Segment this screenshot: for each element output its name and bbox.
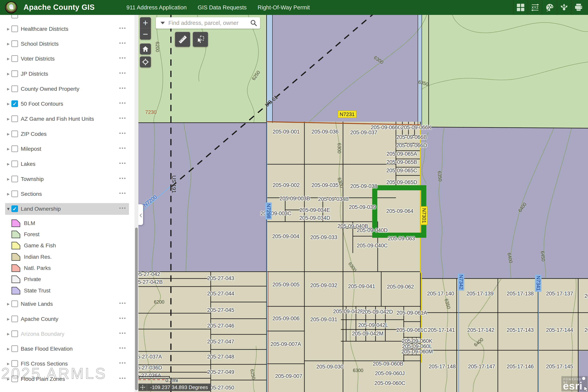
layer-expander-icon[interactable]: ▸ bbox=[7, 131, 10, 137]
layer-expander-icon[interactable]: ▸ bbox=[7, 161, 10, 167]
layer-options-menu-icon[interactable]: ••• bbox=[119, 190, 126, 196]
layer-expander-icon[interactable]: ▸ bbox=[7, 316, 10, 322]
layer-options-menu-icon[interactable]: ••• bbox=[119, 330, 126, 336]
nav-gis-data-requests[interactable]: GIS Data Requests bbox=[198, 4, 246, 11]
layer-options-menu-icon[interactable]: ••• bbox=[119, 40, 126, 46]
share-icon[interactable] bbox=[557, 0, 571, 15]
sidebar-item-flood-plain-zones[interactable]: ▸Flood Plain Zones••• bbox=[0, 373, 134, 385]
crosshair-icon[interactable] bbox=[138, 384, 147, 391]
layer-checkbox[interactable] bbox=[11, 26, 18, 32]
layer-options-menu-icon[interactable]: ••• bbox=[119, 176, 126, 181]
layer-checkbox[interactable] bbox=[11, 330, 18, 337]
layer-expander-icon[interactable]: ▸ bbox=[7, 116, 10, 122]
basemap-gallery-icon[interactable] bbox=[513, 0, 528, 15]
layer-expander-icon[interactable]: ▸ bbox=[7, 331, 10, 337]
layer-options-menu-icon[interactable]: ••• bbox=[119, 146, 126, 151]
zoom-out-button[interactable]: − bbox=[140, 28, 151, 40]
search-input[interactable] bbox=[168, 20, 247, 26]
sidebar-item-az-game-and-fish-hunt-units[interactable]: ▸AZ Game and Fish Hunt Units••• bbox=[0, 113, 134, 125]
sidebar-item-healthcare-districts[interactable]: ▸Healthcare Districts••• bbox=[0, 23, 134, 35]
layer-checkbox[interactable]: ✓ bbox=[11, 206, 18, 212]
sidebar-item-arizona-boundary[interactable]: ▸Arizona Boundary••• bbox=[0, 328, 134, 340]
sidebar-item-zip-codes[interactable]: ▸ZIP Codes••• bbox=[0, 128, 134, 140]
layer-checkbox[interactable] bbox=[11, 316, 18, 322]
layer-expander-icon[interactable]: ▸ bbox=[7, 41, 10, 47]
select-parcels-button[interactable] bbox=[193, 32, 208, 47]
draw-palette-icon[interactable] bbox=[542, 0, 557, 15]
layer-checkbox[interactable] bbox=[11, 376, 18, 382]
search-icon[interactable] bbox=[250, 20, 257, 26]
layer-options-menu-icon[interactable]: ••• bbox=[119, 206, 126, 211]
layer-options-menu-icon[interactable]: ••• bbox=[119, 116, 126, 121]
layer-options-menu-icon[interactable]: ••• bbox=[119, 376, 126, 381]
layer-expander-icon[interactable]: ▸ bbox=[7, 361, 10, 367]
sidebar-item-township[interactable]: ▸Township••• bbox=[0, 173, 134, 185]
layer-expander-icon[interactable]: ▸ bbox=[7, 301, 10, 307]
layer-checkbox[interactable] bbox=[11, 116, 18, 122]
layer-checkbox[interactable] bbox=[11, 130, 18, 137]
layer-checkbox[interactable] bbox=[11, 176, 18, 182]
sidebar-item-voter-districts[interactable]: ▸Voter Districts••• bbox=[0, 53, 134, 65]
sidebar-item-native-lands[interactable]: ▸Native Lands••• bbox=[0, 298, 134, 310]
sidebar-item-50-foot-contours[interactable]: ▸✓50 Foot Contours••• bbox=[0, 98, 134, 110]
search-source-dropdown-icon[interactable] bbox=[160, 22, 165, 24]
layer-options-menu-icon[interactable]: ••• bbox=[119, 26, 126, 31]
layer-expander-icon[interactable]: ▸ bbox=[7, 376, 10, 382]
layer-options-menu-icon[interactable]: ••• bbox=[119, 345, 126, 351]
layer-expander-icon[interactable]: ▸ bbox=[7, 26, 10, 32]
layer-checkbox[interactable]: ✓ bbox=[11, 100, 18, 107]
sidebar-item-sections[interactable]: ▸Sections••• bbox=[0, 188, 134, 200]
layer-checkbox[interactable] bbox=[11, 86, 18, 92]
layer-expander-icon[interactable]: ▸ bbox=[7, 176, 10, 182]
layer-options-menu-icon[interactable]: ••• bbox=[119, 100, 126, 106]
layer-options-menu-icon[interactable]: ••• bbox=[119, 130, 126, 136]
nav-right-of-way-permit[interactable]: Right-Of-Way Permit bbox=[258, 4, 310, 11]
sidebar-item-jp-districts[interactable]: ▸JP Districts••• bbox=[0, 68, 134, 80]
nav-911-address-application[interactable]: 911 Address Application bbox=[126, 4, 186, 11]
layer-expander-icon[interactable]: ▸ bbox=[7, 86, 10, 92]
layer-checkbox[interactable] bbox=[11, 40, 18, 47]
sidebar-item-land-ownership[interactable]: ▾✓Land Ownership••• bbox=[0, 203, 134, 215]
print-icon[interactable] bbox=[571, 0, 586, 15]
layer-options-menu-icon[interactable]: ••• bbox=[119, 70, 126, 76]
locate-button[interactable] bbox=[140, 56, 151, 68]
layer-options-menu-icon[interactable]: ••• bbox=[119, 360, 126, 366]
sidebar-item-apache-county[interactable]: ▸Apache County••• bbox=[0, 313, 134, 325]
sidebar-item-fis-cross-sections[interactable]: ▸FIS Cross Sections••• bbox=[0, 358, 134, 370]
sidebar-item-lakes[interactable]: ▸Lakes••• bbox=[0, 158, 134, 170]
layer-expander-icon[interactable]: ▸ bbox=[7, 56, 10, 62]
layer-expander-icon[interactable]: ▸ bbox=[7, 146, 10, 152]
panel-collapse-tab[interactable]: ‹ bbox=[138, 204, 143, 225]
parcel-label: 205-09-064 bbox=[386, 208, 413, 214]
zoom-in-button[interactable]: + bbox=[140, 17, 151, 28]
layer-options-menu-icon[interactable]: ••• bbox=[119, 160, 126, 166]
layer-expander-icon[interactable]: ▸ bbox=[7, 71, 10, 77]
layer-options-menu-icon[interactable]: ••• bbox=[119, 86, 126, 91]
layer-options-menu-icon[interactable]: ••• bbox=[119, 316, 126, 321]
layer-checkbox[interactable] bbox=[11, 70, 18, 77]
layer-checkbox[interactable] bbox=[11, 146, 18, 152]
layer-checkbox[interactable] bbox=[11, 345, 18, 352]
layer-expander-icon[interactable]: ▸ bbox=[7, 191, 10, 197]
sidebar-item-county-owned-property[interactable]: ▸County Owned Property••• bbox=[0, 83, 134, 95]
sidebar-item-milepost[interactable]: ▸Milepost••• bbox=[0, 143, 134, 155]
layer-checkbox[interactable] bbox=[11, 360, 18, 367]
sidebar-item-school-districts[interactable]: ▸School Districts••• bbox=[0, 38, 134, 50]
layer-checkbox[interactable] bbox=[11, 300, 18, 307]
layer-expander-icon[interactable]: ▸ bbox=[7, 346, 10, 352]
layer-checkbox[interactable] bbox=[11, 190, 18, 197]
layer-expander-icon[interactable]: ▾ bbox=[7, 206, 10, 212]
layer-checkbox[interactable] bbox=[11, 55, 18, 62]
layer-options-menu-icon[interactable]: ••• bbox=[119, 300, 126, 306]
layer-checkbox-partial[interactable] bbox=[11, 15, 18, 18]
sidebar-item-base-flood-elevation[interactable]: ▸Base Flood Elevation••• bbox=[0, 343, 134, 355]
layer-expander-icon[interactable]: ▸ bbox=[7, 101, 10, 107]
sidebar-scrollbar[interactable] bbox=[134, 15, 138, 392]
layer-options-menu-icon[interactable]: ••• bbox=[119, 55, 126, 61]
sidebar-scrollbar-thumb[interactable] bbox=[135, 228, 138, 390]
measure-button[interactable] bbox=[175, 32, 190, 47]
map-canvas[interactable]: 205-09-001205-09-036205-09-037205-09-066… bbox=[138, 15, 588, 392]
layer-checkbox[interactable] bbox=[11, 160, 18, 167]
home-button[interactable] bbox=[140, 44, 151, 54]
coordinate-conversion-icon[interactable]: XYZ bbox=[528, 0, 542, 15]
